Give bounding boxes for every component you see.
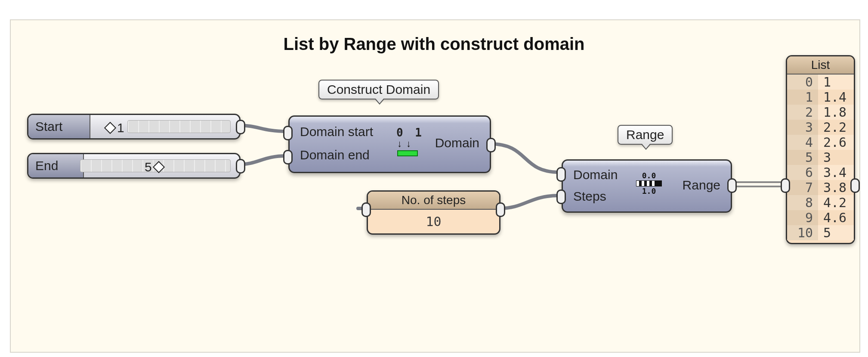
list-row: 11.4 (787, 90, 854, 105)
list-row-index: 0 (787, 75, 818, 90)
construct-domain-port-out[interactable] (486, 138, 496, 152)
list-row-index: 9 (787, 210, 818, 225)
steps-panel-title: No. of steps (368, 192, 499, 210)
range-input-steps: Steps (573, 189, 606, 204)
start-slider-output-port[interactable] (236, 120, 245, 134)
construct-domain-tooltip: Construct Domain (318, 80, 439, 99)
list-row-value: 1 (818, 75, 854, 90)
range-port-out[interactable] (727, 178, 737, 193)
range-tooltip: Range (618, 125, 673, 145)
list-panel-port-in[interactable] (781, 178, 790, 193)
start-slider[interactable]: Start 1 (27, 114, 241, 140)
list-row-value: 3 (818, 150, 854, 165)
construct-domain-input-end: Domain end (300, 148, 370, 162)
list-row-index: 5 (787, 150, 818, 165)
list-panel-title: List (787, 56, 854, 75)
list-row-value: 2.6 (818, 135, 854, 150)
list-row: 01 (787, 75, 854, 90)
diamond-icon (104, 122, 116, 134)
diagram-title: List by Range with construct domain (0, 34, 868, 54)
list-row-value: 3.8 (818, 180, 854, 195)
list-row: 21.8 (787, 105, 854, 120)
list-row-value: 1.4 (818, 90, 854, 105)
list-row-index: 1 (787, 90, 818, 105)
construct-domain-icon: 0 1 (396, 126, 424, 139)
domain-bar-icon (397, 150, 418, 156)
range-icon-top: 0.0 (636, 172, 662, 180)
list-row-value: 1.8 (818, 105, 854, 120)
range-port-in1[interactable] (556, 167, 566, 182)
list-row: 84.2 (787, 195, 854, 210)
end-slider-handle[interactable]: 5 (145, 160, 163, 174)
start-slider-handle[interactable]: 1 (106, 121, 124, 135)
construct-domain-node[interactable]: Domain start Domain end Domain 0 1 ↓↓ (288, 115, 491, 173)
arrows-down-icon: ↓↓ (397, 138, 415, 149)
end-slider-output-port[interactable] (236, 159, 245, 174)
range-output: Range (683, 178, 720, 192)
list-row-index: 6 (787, 165, 818, 180)
steps-panel-value: 10 (368, 210, 499, 233)
list-row-value: 2.2 (818, 120, 854, 135)
list-row-value: 5 (818, 225, 854, 240)
list-row: 94.6 (787, 210, 854, 225)
range-node[interactable]: Domain Steps Range 0.0 1.0 (562, 159, 732, 213)
end-slider-value: 5 (145, 160, 152, 174)
list-panel-port-out[interactable] (850, 178, 860, 193)
list-row: 63.4 (787, 165, 854, 180)
list-row-index: 3 (787, 120, 818, 135)
steps-panel[interactable]: No. of steps 10 (367, 190, 500, 235)
list-row-value: 4.2 (818, 195, 854, 210)
start-slider-label: Start (28, 115, 90, 138)
list-row-value: 3.4 (818, 165, 854, 180)
list-row-value: 4.6 (818, 210, 854, 225)
list-row: 32.2 (787, 120, 854, 135)
list-row: 105 (787, 225, 854, 240)
construct-domain-input-start: Domain start (300, 124, 373, 139)
construct-domain-output: Domain (435, 136, 479, 150)
list-row: 42.6 (787, 135, 854, 150)
construct-domain-port-in2[interactable] (283, 150, 293, 165)
list-row-index: 10 (787, 225, 818, 240)
end-slider-label: End (28, 154, 84, 177)
construct-domain-port-in1[interactable] (283, 126, 293, 140)
range-port-in2[interactable] (556, 189, 566, 204)
range-icon: 0.0 1.0 (636, 172, 662, 195)
list-row-index: 7 (787, 180, 818, 195)
list-panel[interactable]: List 0111.421.832.242.65363.473.884.294.… (786, 55, 855, 244)
start-slider-track[interactable] (127, 120, 231, 133)
start-slider-value: 1 (117, 121, 124, 135)
list-row-index: 2 (787, 105, 818, 120)
list-row-index: 8 (787, 195, 818, 210)
list-panel-body: 0111.421.832.242.65363.473.884.294.6105 (787, 75, 854, 240)
range-input-domain: Domain (573, 168, 618, 182)
steps-panel-port-in[interactable] (361, 202, 371, 217)
list-row-index: 4 (787, 135, 818, 150)
range-icon-bottom: 1.0 (636, 187, 662, 195)
steps-panel-port-out[interactable] (496, 202, 505, 217)
list-row: 53 (787, 150, 854, 165)
diamond-icon (153, 161, 165, 173)
list-row: 73.8 (787, 180, 854, 195)
end-slider[interactable]: End 5 (27, 153, 241, 179)
